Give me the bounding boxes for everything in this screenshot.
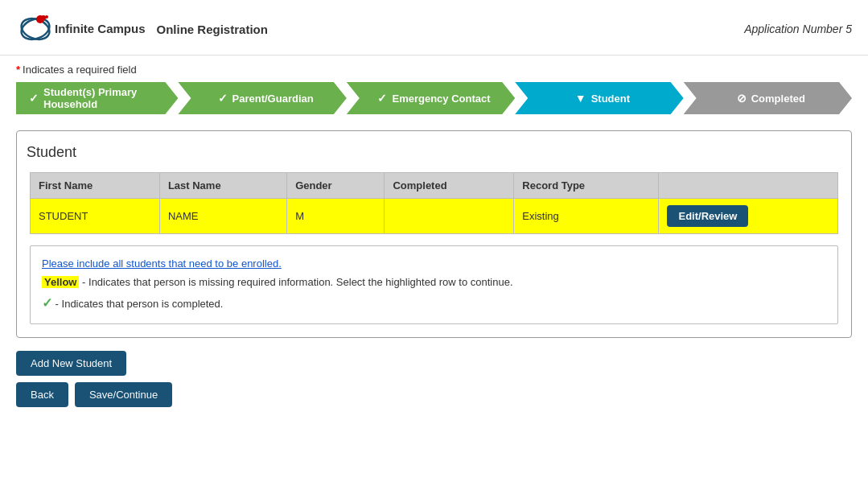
online-registration-label: Online Registration [157,23,268,36]
edit-review-button[interactable]: Edit/Review [667,205,748,227]
application-number: Application Number 5 [744,23,852,35]
cell-completed [385,199,514,234]
col-completed: Completed [385,173,514,199]
page-header: Infinite Campus Online Registration Appl… [0,0,868,56]
info-line3: ✓ - Indicates that person is completed. [42,292,826,315]
cell-record-type: Existing [514,199,659,234]
svg-point-4 [45,15,48,19]
section-title: Student [27,144,838,161]
step-parent-guardian[interactable]: ✓ Parent/Guardian [178,82,346,114]
step-check-primary: ✓ [29,92,39,105]
logo-icon [16,10,55,48]
step-check-emergency: ✓ [377,92,387,105]
main-content: Student First Name Last Name Gender Comp… [0,130,868,407]
required-note-text: Indicates a required field [23,64,137,76]
student-section: Student First Name Last Name Gender Comp… [16,130,852,338]
logo-text-group: Infinite Campus [55,23,146,36]
cell-gender: M [287,199,385,234]
col-first-name: First Name [31,173,160,199]
info-line2-suffix: - Indicates that person is missing requi… [79,276,512,288]
bottom-buttons: Back Save/Continue [16,382,852,407]
info-box: Please include all students that need to… [30,245,838,324]
step-primary-household[interactable]: ✓ Student(s) Primary Household [16,82,178,114]
action-buttons: Add New Student Back Save/Continue [16,351,852,407]
cell-first-name: STUDENT [31,199,160,234]
student-table: First Name Last Name Gender Completed Re… [30,172,838,234]
cell-action: Edit/Review [659,199,838,234]
step-label-student: Student [591,93,630,105]
step-label-guardian: Parent/Guardian [232,93,314,105]
col-action [659,173,838,199]
svg-point-3 [41,15,46,20]
svg-point-1 [19,15,52,43]
required-star: * [16,64,20,76]
cell-last-name: NAME [159,199,286,234]
logo-campus: Campus [97,22,145,35]
col-record-type: Record Type [514,173,659,199]
step-label-completed: Completed [751,93,805,105]
col-gender: Gender [287,173,385,199]
table-row: STUDENT NAME M Existing Edit/Review [31,199,838,234]
col-last-name: Last Name [159,173,286,199]
step-completed[interactable]: ⊘ Completed [684,82,852,114]
info-line3-suffix: - Indicates that person is completed. [52,298,223,310]
step-check-guardian: ✓ [218,92,228,105]
add-new-student-button[interactable]: Add New Student [16,351,126,376]
progress-bar: ✓ Student(s) Primary Household ✓ Parent/… [16,82,852,114]
header-left: Infinite Campus Online Registration [16,10,268,48]
info-line1: Please include all students that need to… [42,254,826,273]
yellow-indicator: Yellow [42,276,79,288]
step-icon-completed: ⊘ [737,92,747,105]
logo-infinite: Infinite [55,22,94,35]
step-student[interactable]: ▼ Student [515,82,683,114]
step-label-primary: Student(s) Primary Household [43,86,165,110]
logo-area: Infinite Campus [16,10,146,48]
step-label-emergency: Emergency Contact [392,93,490,105]
save-continue-button[interactable]: Save/Continue [75,382,172,407]
info-link[interactable]: Please include all students that need to… [42,257,282,270]
info-line2: Yellow - Indicates that person is missin… [42,273,826,291]
step-arrow-student: ▼ [575,92,586,105]
step-emergency-contact[interactable]: ✓ Emergency Contact [347,82,515,114]
required-note: *Indicates a required field [0,56,868,82]
check-icon: ✓ [42,296,52,310]
back-button[interactable]: Back [16,382,68,407]
table-header-row: First Name Last Name Gender Completed Re… [31,173,838,199]
